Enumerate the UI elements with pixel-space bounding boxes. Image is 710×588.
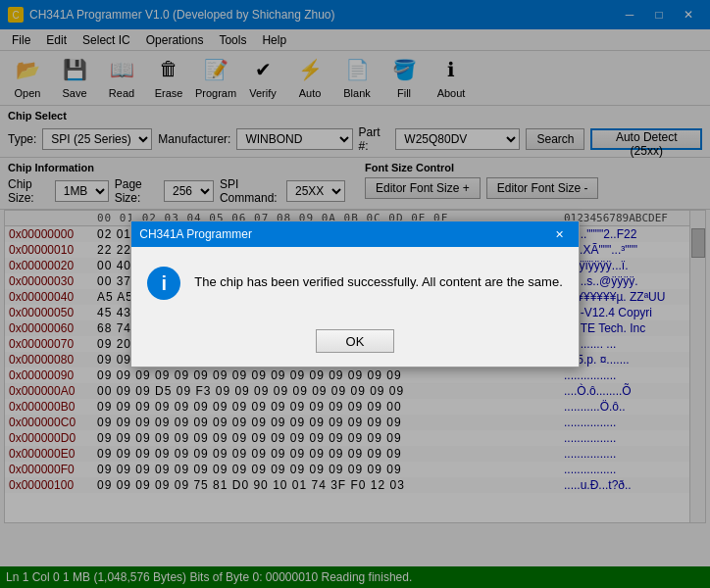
modal-title: CH341A Programmer [139,227,252,241]
modal-title-bar: CH341A Programmer ✕ [131,221,579,247]
modal-overlay: CH341A Programmer ✕ i The chip has been … [0,0,710,588]
modal-body: i The chip has been verified successfull… [131,247,579,319]
modal-footer: OK [131,319,579,367]
info-icon: i [147,267,180,300]
modal-dialog: CH341A Programmer ✕ i The chip has been … [130,220,580,368]
modal-ok-button[interactable]: OK [316,329,394,353]
modal-message: The chip has been verified successfully.… [194,267,563,292]
modal-close-button[interactable]: ✕ [549,225,571,243]
